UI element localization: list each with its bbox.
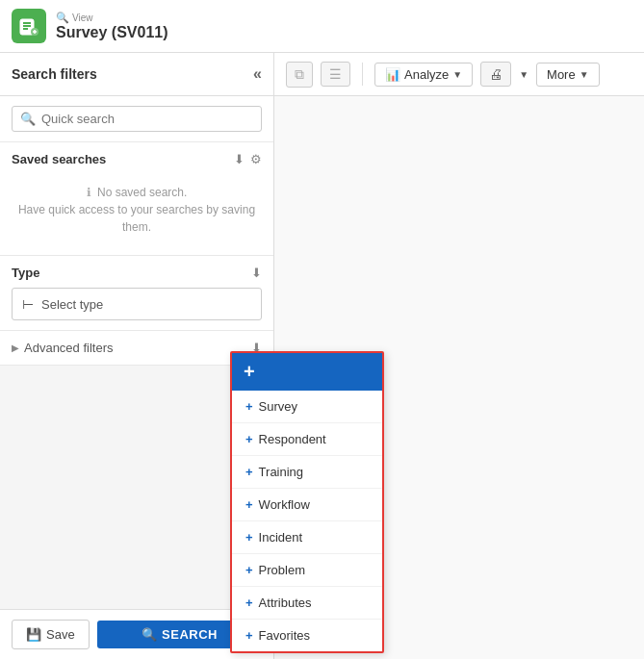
dropdown-plus-icon: +: [244, 361, 255, 383]
settings-icon[interactable]: ⚙: [250, 152, 262, 166]
search-icon: 🔍: [20, 112, 36, 126]
plus-icon-attributes: +: [245, 596, 253, 610]
advanced-filters-toggle[interactable]: ▶ Advanced filters: [12, 341, 114, 355]
list-icon-btn[interactable]: ☰: [321, 62, 350, 87]
dropdown-label-problem: Problem: [259, 563, 305, 577]
print-icon-btn[interactable]: 🖨: [480, 62, 511, 87]
dropdown-item-incident[interactable]: + Incident: [232, 521, 382, 554]
copy-icon: ⧉: [295, 66, 304, 83]
triangle-icon: ▶: [12, 342, 19, 353]
dropdown-item-problem[interactable]: + Problem: [232, 554, 382, 587]
print-icon: 🖨: [489, 66, 502, 82]
search-btn-icon: 🔍: [142, 627, 158, 642]
analyze-button[interactable]: 📊 Analyze ▼: [374, 63, 473, 87]
dropdown-label-respondent: Respondent: [259, 432, 326, 446]
plus-icon-workflow: +: [245, 497, 253, 512]
plus-icon-favorites: +: [245, 628, 253, 643]
toolbar-separator: [362, 63, 363, 86]
dropdown-item-favorites[interactable]: + Favorites: [232, 620, 382, 651]
search-input[interactable]: [41, 112, 253, 126]
info-icon: ℹ: [87, 186, 91, 199]
saved-searches-icons: ⬇ ⚙: [234, 152, 262, 166]
search-input-wrap[interactable]: 🔍: [12, 106, 262, 132]
plus-icon-survey: +: [245, 399, 253, 414]
dropdown-label-attributes: Attributes: [259, 596, 312, 610]
type-save-icon[interactable]: ⬇: [251, 266, 262, 280]
dropdown-label-incident: Incident: [259, 530, 303, 545]
dropdown-item-training[interactable]: + Training: [232, 456, 382, 489]
no-saved-message: ℹ No saved search. Have quick access to …: [12, 174, 262, 245]
toolbar: ⧉ ☰ 📊 Analyze ▼ 🖨 ▼ More ▼: [274, 53, 644, 96]
plus-icon-problem: +: [245, 563, 253, 577]
type-icons: ⬇: [251, 266, 262, 280]
save-icon: 💾: [26, 627, 41, 642]
advanced-filters-label: Advanced filters: [24, 341, 114, 355]
print-chevron[interactable]: ▼: [519, 69, 528, 80]
copy-icon-btn[interactable]: ⧉: [286, 62, 313, 88]
app-header: 🔍 View Survey (SV011): [0, 0, 644, 53]
saved-searches-title: Saved searches: [12, 152, 106, 166]
select-type-label: Select type: [41, 297, 103, 312]
saved-searches-section: Saved searches ⬇ ⚙ ℹ No saved search. Ha…: [0, 142, 273, 256]
quick-search-section: 🔍: [0, 96, 273, 142]
analyze-label: Analyze: [404, 67, 449, 82]
search-filters-title: Search filters: [12, 66, 97, 82]
type-dropdown-menu: + + Survey + Respondent + Training + Wor…: [230, 351, 384, 653]
sidebar-header: Search filters «: [0, 53, 273, 96]
plus-icon-incident: +: [245, 530, 253, 545]
save-label: Save: [46, 627, 75, 642]
list-icon: ☰: [329, 66, 342, 82]
plus-icon-respondent: +: [245, 432, 253, 446]
dropdown-menu-header[interactable]: +: [232, 353, 382, 391]
chart-icon: 📊: [385, 67, 400, 82]
dropdown-item-respondent[interactable]: + Respondent: [232, 423, 382, 456]
type-section-header: Type ⬇: [12, 266, 262, 280]
saved-searches-header: Saved searches ⬇ ⚙: [12, 152, 262, 166]
dropdown-label-favorites: Favorites: [259, 628, 310, 643]
page-title: Survey (SV011): [56, 24, 168, 41]
more-button[interactable]: More ▼: [536, 63, 600, 87]
no-saved-sub: Have quick access to your searches by sa…: [16, 201, 257, 236]
type-title: Type: [12, 266, 39, 280]
dropdown-item-survey[interactable]: + Survey: [232, 391, 382, 423]
no-saved-label: ℹ No saved search.: [16, 184, 257, 201]
dropdown-item-attributes[interactable]: + Attributes: [232, 587, 382, 620]
select-type-button[interactable]: ⊢ Select type: [12, 288, 262, 320]
more-chevron: ▼: [580, 69, 589, 80]
dropdown-label-training: Training: [259, 465, 303, 479]
more-label: More: [547, 67, 576, 82]
app-icon: [12, 9, 46, 43]
collapse-button[interactable]: «: [253, 65, 262, 83]
search-btn-label: SEARCH: [162, 627, 218, 642]
save-search-icon[interactable]: ⬇: [234, 152, 245, 166]
type-select-icon: ⊢: [22, 296, 34, 312]
plus-icon-training: +: [245, 465, 253, 479]
save-button[interactable]: 💾 Save: [12, 620, 90, 649]
header-title-group: 🔍 View Survey (SV011): [56, 12, 168, 41]
dropdown-label-survey: Survey: [259, 399, 297, 414]
type-section: Type ⬇ ⊢ Select type: [0, 256, 273, 331]
dropdown-label-workflow: Workflow: [259, 497, 310, 512]
dropdown-item-workflow[interactable]: + Workflow: [232, 489, 382, 521]
view-label: 🔍 View: [56, 12, 168, 24]
analyze-chevron: ▼: [452, 69, 462, 80]
